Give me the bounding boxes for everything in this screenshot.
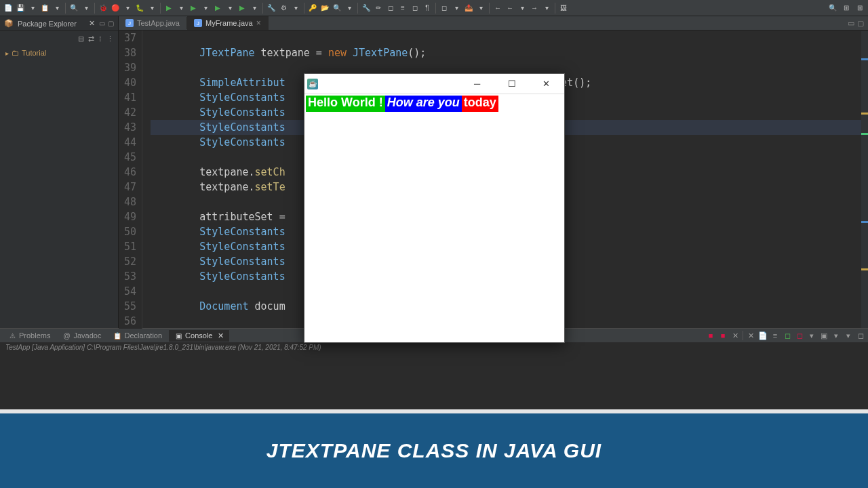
collapse-all-icon[interactable]: ⊟ [78,35,84,43]
filter-icon[interactable]: ⫶ [98,35,102,43]
toolbar-icon[interactable]: ▾ [176,3,186,14]
toolbar-icon[interactable]: 🔧 [266,3,277,14]
toolbar-icon[interactable]: ⚙ [278,3,289,14]
toolbar-icon[interactable]: ▾ [27,3,38,14]
project-tree[interactable]: ▸ 🗀 Tutorial [0,46,118,60]
bottom-tab-declaration[interactable]: 📋Declaration [108,330,167,341]
toolbar-icon[interactable]: ▾ [290,3,301,14]
toolbar-icon[interactable]: ← [492,3,503,14]
tab-label: TestApp.java [137,19,180,27]
bottom-tab-console[interactable]: ▣Console✕ [169,330,229,342]
toolbar-icon[interactable]: 🔍 [68,3,79,14]
toolbar-right-icon[interactable]: ⊞ [841,3,852,14]
ruler-mark[interactable] [861,113,868,115]
toolbar-icon[interactable]: ▾ [517,3,528,14]
bottom-tab-problems[interactable]: ⚠Problems [3,330,56,341]
expand-icon[interactable]: ▸ [5,49,9,57]
console-toolbar-icon[interactable]: ◻ [783,331,792,340]
toolbar-icon[interactable]: ▾ [541,3,552,14]
toolbar-icon[interactable]: ← [505,3,515,14]
package-explorer: 📦 Package Explorer ✕ ▭ ▢ ⊟ ⇄ ⫶ ⋮ ▸ 🗀 Tut… [0,16,119,328]
toolbar-icon[interactable]: ◻ [385,3,396,14]
sidebar-minimize-icon[interactable]: ▭ [99,20,105,27]
toolbar-icon[interactable]: 📄 [3,3,14,14]
jtextpane-content[interactable]: Hello World !How are youtoday [306,96,563,112]
toolbar-icon[interactable]: ▶ [212,3,223,14]
toolbar-right-icon[interactable]: 🔍 [827,3,838,14]
console-toolbar-icon[interactable]: ▾ [807,331,816,340]
toolbar-icon[interactable]: ▾ [344,3,355,14]
console-toolbar-icon[interactable]: ■ [706,331,715,340]
console-toolbar-icon[interactable]: 📄 [758,331,768,340]
maximize-button[interactable]: ☐ [496,75,527,94]
console-toolbar-icon[interactable]: ▣ [819,331,829,340]
overview-ruler[interactable] [861,31,868,328]
java-app-window[interactable]: ☕ ─ ☐ ✕ Hello World !How are youtoday [304,73,565,343]
toolbar-icon[interactable]: ◻ [410,3,420,14]
toolbar-icon[interactable]: ▾ [249,3,260,14]
editor-tab[interactable]: JTestApp.java [119,17,187,29]
toolbar-icon[interactable]: 💾 [15,3,26,14]
toolbar-icon[interactable]: ▶ [188,3,199,14]
toolbar-icon[interactable]: 📤 [463,3,474,14]
toolbar-icon[interactable]: ◻ [439,3,450,14]
console-toolbar-icon[interactable]: ▾ [844,331,853,340]
code-line[interactable]: JTextPane textpane = new JTextPane(); [151,45,868,60]
toolbar-icon[interactable]: 🐛 [134,3,145,14]
code-line[interactable] [151,30,868,45]
bottom-tab-javadoc[interactable]: @Javadoc [57,330,106,341]
console-toolbar-icon[interactable]: ✕ [746,331,755,340]
console-toolbar-icon[interactable]: ■ [718,331,728,340]
toolbar-icon[interactable]: ≡ [397,3,408,14]
bottom-tab-label: Javadoc [73,331,101,340]
toolbar-icon[interactable]: 📋 [39,3,50,14]
toolbar-icon[interactable]: ▾ [475,3,486,14]
toolbar-icon[interactable]: ▾ [146,3,157,14]
link-editor-icon[interactable]: ⇄ [88,35,94,43]
textpane-segment: today [462,96,498,112]
console-toolbar-icon[interactable]: ▾ [831,331,841,340]
toolbar-icon[interactable]: ▾ [52,3,62,14]
editor-tab[interactable]: JMyFrame.java× [187,16,269,30]
toolbar-icon[interactable]: ▾ [122,3,133,14]
console-toolbar-icon[interactable]: ◻ [856,331,865,340]
ruler-mark[interactable] [861,221,868,223]
toolbar-right-icon[interactable]: ⊞ [854,3,865,14]
toolbar-icon[interactable]: ▾ [81,3,92,14]
console-output[interactable] [0,353,868,409]
toolbar-icon[interactable]: ▾ [224,3,235,14]
sidebar-min-icon[interactable]: ▢ [108,20,114,27]
toolbar-icon[interactable]: 🔧 [361,3,372,14]
toolbar-icon[interactable]: 🔍 [332,3,342,14]
editor-menu-icon[interactable]: ▢ [857,19,864,28]
btab-close-icon[interactable]: ✕ [218,331,224,340]
toolbar-icon[interactable]: ▶ [163,3,174,14]
sidebar-close-icon[interactable]: ✕ [89,19,95,28]
ruler-mark[interactable] [861,133,868,135]
app-titlebar[interactable]: ☕ ─ ☐ ✕ [304,74,564,94]
console-toolbar-icon[interactable]: ≡ [770,331,780,340]
toolbar-icon[interactable]: ✏ [373,3,384,14]
tree-item-tutorial[interactable]: ▸ 🗀 Tutorial [5,49,113,57]
toolbar-icon[interactable]: ¶ [422,3,433,14]
toolbar-icon[interactable]: 🔴 [110,3,121,14]
textpane-segment: Hello World ! [306,96,385,112]
view-menu-icon[interactable]: ⋮ [106,35,114,43]
ruler-mark[interactable] [861,58,868,60]
toolbar-icon[interactable]: ▾ [451,3,462,14]
close-button[interactable]: ✕ [531,75,561,94]
maximize-editor-icon[interactable]: ▭ [848,19,854,28]
toolbar-icon[interactable]: 🐞 [98,3,108,14]
java-file-icon: J [125,19,134,27]
tab-close-icon[interactable]: × [256,18,261,28]
toolbar-icon[interactable]: 🖼 [558,3,569,14]
console-toolbar-icon[interactable]: ◻ [795,331,804,340]
console-toolbar-icon[interactable]: ✕ [730,331,740,340]
toolbar-icon[interactable]: ▾ [200,3,211,14]
minimize-button[interactable]: ─ [462,75,492,94]
ruler-mark[interactable] [861,268,868,270]
toolbar-icon[interactable]: 📂 [319,3,330,14]
toolbar-icon[interactable]: → [529,3,540,14]
toolbar-icon[interactable]: ▶ [237,3,248,14]
toolbar-icon[interactable]: 🔑 [307,3,318,14]
